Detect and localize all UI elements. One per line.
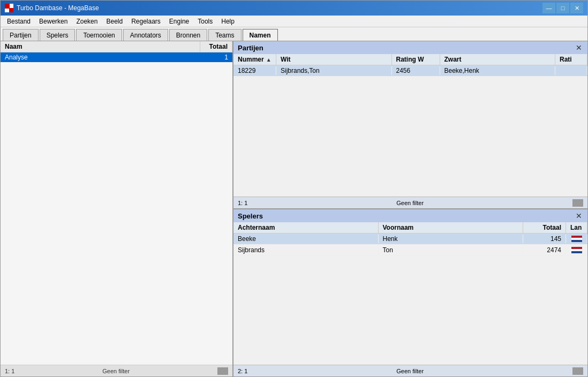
- sp-cell-totaal: 2474: [523, 246, 566, 254]
- tab-spelers[interactable]: Spelers: [40, 29, 76, 41]
- maximize-button[interactable]: □: [556, 3, 569, 13]
- col-land-header[interactable]: Lan: [566, 222, 587, 233]
- sp-cell-voornaam: Henk: [379, 235, 524, 243]
- tab-bar: Partijen Spelers Toernooien Annotators B…: [1, 27, 587, 41]
- sort-arrow-icon: ▲: [266, 57, 272, 63]
- tab-partijen[interactable]: Partijen: [3, 29, 39, 41]
- left-panel: Naam Totaal Analyse 1 1: 1 Geen filter: [1, 41, 233, 376]
- menu-bar: Bestand Bewerken Zoeken Beeld Regelaars …: [1, 16, 587, 27]
- app-icon: [5, 4, 13, 12]
- tab-namen[interactable]: Namen: [243, 29, 278, 41]
- title-bar-left: Turbo Dambase - MegaBase: [5, 4, 99, 12]
- cell-wit: Sijbrands,Ton: [276, 66, 392, 75]
- minimize-button[interactable]: —: [542, 3, 555, 13]
- spelers-panel: Spelers ✕ Achternaam Voornaam Totaal Lan…: [233, 209, 587, 376]
- main-window: Turbo Dambase - MegaBase — □ ✕ Bestand B…: [0, 0, 588, 377]
- window-title: Turbo Dambase - MegaBase: [17, 4, 99, 12]
- partijen-cols: Nummer ▲ Wit Rating W Zwart Rati: [233, 54, 587, 65]
- partijen-footer-status: 1: 1: [238, 200, 247, 206]
- cell-nummer: 18229: [233, 66, 276, 75]
- col-totaal-header: Totaal: [200, 41, 232, 52]
- partijen-footer: 1: 1 Geen filter: [233, 197, 587, 208]
- close-button[interactable]: ✕: [570, 3, 583, 13]
- left-panel-footer: 1: 1 Geen filter: [1, 365, 232, 376]
- cell-ratingw: 2456: [392, 66, 440, 75]
- sp-cell-land: [566, 235, 587, 243]
- spelers-row[interactable]: Sijbrands Ton 2474: [233, 245, 587, 256]
- sp-cell-land: [566, 246, 587, 254]
- menu-regelaars[interactable]: Regelaars: [127, 16, 165, 27]
- sp-cell-achternaam: Sijbrands: [233, 246, 379, 254]
- partijen-list: 18229 Sijbrands,Ton 2456 Beeke,Henk: [233, 65, 587, 197]
- menu-bewerken[interactable]: Bewerken: [35, 16, 72, 27]
- spelers-title: Spelers: [238, 212, 263, 220]
- tab-teams[interactable]: Teams: [208, 29, 241, 41]
- menu-bestand[interactable]: Bestand: [3, 16, 35, 27]
- col-nummer-header[interactable]: Nummer ▲: [233, 54, 276, 65]
- tab-toernooien[interactable]: Toernooien: [76, 29, 122, 41]
- partijen-row[interactable]: 18229 Sijbrands,Ton 2456 Beeke,Henk: [233, 65, 587, 77]
- left-footer-filter: Geen filter: [14, 368, 217, 374]
- title-controls: — □ ✕: [542, 3, 583, 13]
- col-wit-header[interactable]: Wit: [276, 54, 392, 65]
- col-ratingw-header[interactable]: Rating W: [392, 54, 440, 65]
- spelers-row[interactable]: Beeke Henk 145: [233, 233, 587, 245]
- spelers-list: Beeke Henk 145 Sijbrands: [233, 233, 587, 365]
- partijen-footer-filter: Geen filter: [396, 200, 424, 206]
- spelers-footer-filter: Geen filter: [396, 368, 424, 374]
- spelers-close-button[interactable]: ✕: [575, 212, 583, 220]
- menu-help[interactable]: Help: [217, 16, 239, 27]
- list-item-totaal: 1: [196, 54, 228, 61]
- list-item[interactable]: Analyse 1: [1, 52, 232, 62]
- partijen-panel: Partijen ✕ Nummer ▲ Wit Rating W Zwart R…: [233, 41, 587, 209]
- left-panel-list: Analyse 1: [1, 52, 232, 365]
- spelers-footer: 2: 1 Geen filter: [233, 365, 587, 376]
- menu-engine[interactable]: Engine: [165, 16, 193, 27]
- col-achternaam-header[interactable]: Achternaam: [233, 222, 379, 233]
- left-footer-indicator: [217, 367, 228, 375]
- partijen-footer-indicator: [572, 199, 583, 207]
- sp-cell-totaal: 145: [523, 235, 566, 243]
- col-naam-header: Naam: [1, 41, 200, 52]
- cell-zwart: Beeke,Henk: [440, 66, 556, 75]
- col-totaal-sp-header[interactable]: Totaal: [523, 222, 566, 233]
- menu-tools[interactable]: Tools: [193, 16, 217, 27]
- spelers-footer-indicator: [572, 367, 583, 375]
- cell-ratingz: [555, 66, 587, 75]
- list-item-naam: Analyse: [5, 54, 196, 61]
- tab-bronnen[interactable]: Bronnen: [169, 29, 207, 41]
- left-footer-status: 1: 1: [5, 368, 14, 374]
- title-bar: Turbo Dambase - MegaBase — □ ✕: [1, 1, 587, 16]
- sp-cell-achternaam: Beeke: [233, 235, 379, 243]
- spelers-footer-status: 2: 1: [238, 368, 247, 374]
- partijen-title: Partijen: [238, 44, 263, 52]
- left-panel-header: Naam Totaal: [1, 41, 232, 52]
- col-ratingz-header[interactable]: Rati: [555, 54, 587, 65]
- spelers-cols: Achternaam Voornaam Totaal Lan: [233, 222, 587, 233]
- menu-zoeken[interactable]: Zoeken: [72, 16, 102, 27]
- main-content: Naam Totaal Analyse 1 1: 1 Geen filter P…: [1, 41, 587, 376]
- menu-beeld[interactable]: Beeld: [102, 16, 127, 27]
- nl-flag-icon: [571, 236, 582, 242]
- tab-annotators[interactable]: Annotators: [123, 29, 168, 41]
- right-panel: Partijen ✕ Nummer ▲ Wit Rating W Zwart R…: [233, 41, 587, 376]
- sp-cell-voornaam: Ton: [379, 246, 524, 254]
- nl-flag-icon: [571, 247, 582, 253]
- col-voornaam-header[interactable]: Voornaam: [379, 222, 524, 233]
- partijen-header: Partijen ✕: [233, 41, 587, 54]
- partijen-close-button[interactable]: ✕: [575, 43, 583, 52]
- spelers-header: Spelers ✕: [233, 209, 587, 222]
- col-zwart-header[interactable]: Zwart: [440, 54, 556, 65]
